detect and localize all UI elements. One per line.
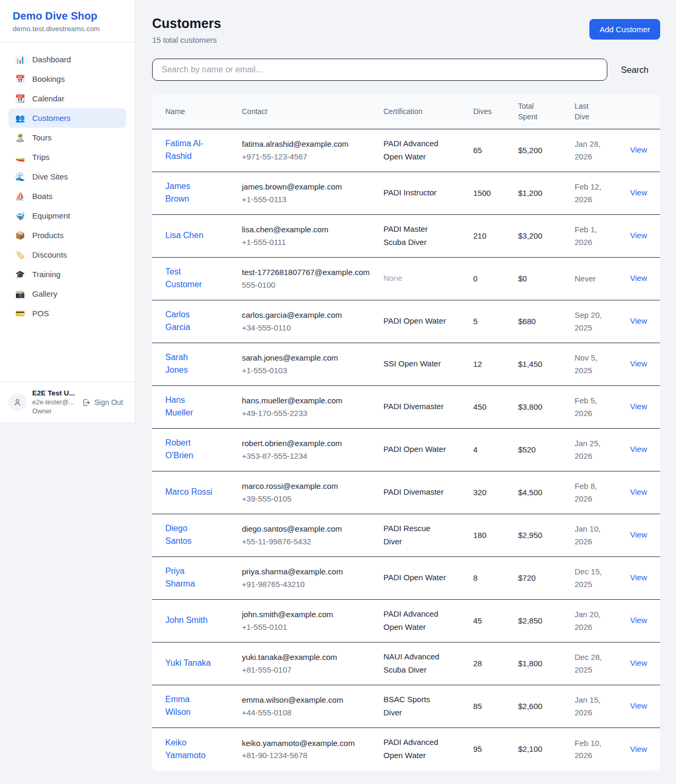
sidebar-item-dashboard[interactable]: 📊 Dashboard — [8, 50, 126, 69]
customer-last-dive: Feb 12, 2026 — [575, 173, 630, 213]
page-header: Customers 15 total customers Add Custome… — [152, 16, 660, 44]
customer-total-spent: $2,100 — [518, 735, 575, 763]
customer-dives: 95 — [473, 735, 518, 763]
view-link[interactable]: View — [630, 145, 647, 154]
view-link[interactable]: View — [630, 445, 647, 454]
customer-name-link[interactable]: John Smith — [165, 614, 208, 627]
customer-actions-cell: View — [630, 136, 660, 165]
customer-phone: +34-555-0110 — [242, 322, 377, 334]
customer-certification: PADI Open Water — [383, 316, 446, 325]
sidebar-item-discounts[interactable]: 🏷️ Discounts — [8, 245, 126, 265]
sidebar-item-pos[interactable]: 💳 POS — [8, 304, 126, 323]
page-header-text: Customers 15 total customers — [152, 16, 221, 44]
view-link[interactable]: View — [630, 530, 647, 539]
customer-last-dive: Jan 28, 2026 — [575, 130, 630, 171]
discounts-icon: 🏷️ — [15, 251, 25, 259]
customer-name-cell: Hans Mueller — [152, 386, 242, 428]
search-button[interactable]: Search — [609, 61, 660, 79]
table-row: Marco Rossi marco.rossi@example.com +39-… — [152, 471, 660, 514]
customer-certification: PADI Open Water — [383, 573, 446, 582]
sidebar-item-bookings[interactable]: 📅 Bookings — [8, 69, 126, 89]
customer-dives: 4 — [473, 436, 518, 464]
customer-certification: None — [383, 273, 402, 282]
user-info: E2E Test U... e2e-tester@... Owner — [32, 389, 76, 416]
view-link[interactable]: View — [630, 273, 647, 282]
table-row: Robert O'Brien robert.obrien@example.com… — [152, 429, 660, 471]
customer-contact-cell: robert.obrien@example.com +353-87-555-12… — [242, 429, 383, 470]
customer-name-link[interactable]: Fatima Al-Rashid — [165, 137, 212, 163]
customer-last-dive: Dec 28, 2025 — [575, 643, 630, 684]
customer-certification: PADI Advanced Open Water — [383, 738, 438, 760]
customer-actions-cell: View — [630, 478, 660, 507]
customer-contact-cell: test-1772681807767@example.com 555-0100 — [242, 258, 383, 299]
customer-dives: 45 — [473, 607, 518, 635]
sign-out-button[interactable]: Sign Out — [82, 398, 123, 407]
customer-phone: +44-555-0108 — [242, 706, 377, 719]
customer-contact-cell: lisa.chen@example.com +1-555-0111 — [242, 215, 383, 256]
view-link[interactable]: View — [630, 658, 647, 667]
sidebar-item-label: Customers — [32, 114, 71, 122]
customer-name-link[interactable]: Diego Santos — [165, 522, 212, 547]
customer-name-link[interactable]: Emma Wilson — [165, 693, 212, 719]
sidebar-item-training[interactable]: 🎓 Training — [8, 265, 126, 284]
add-customer-button[interactable]: Add Customer — [589, 19, 660, 40]
equipment-icon: 🤿 — [15, 212, 25, 220]
customer-name-link[interactable]: Sarah Jones — [165, 351, 212, 376]
customer-name-link[interactable]: Keiko Yamamoto — [165, 736, 212, 762]
customer-name-link[interactable]: James Brown — [165, 180, 212, 205]
sidebar-item-boats[interactable]: ⛵ Boats — [8, 186, 126, 206]
gallery-icon: 📸 — [15, 290, 25, 298]
customer-name-cell: Keiko Yamamoto — [152, 729, 242, 770]
user-name: E2E Test U... — [32, 389, 76, 398]
search-input[interactable] — [152, 59, 607, 81]
customer-contact-cell: sarah.jones@example.com +1-555-0103 — [242, 344, 383, 384]
view-link[interactable]: View — [630, 359, 647, 368]
sidebar-item-trips[interactable]: 🚤 Trips — [8, 147, 126, 167]
table-row: Hans Mueller hans.mueller@example.com +4… — [152, 386, 660, 429]
customer-certification-cell: PADI Advanced Open Water — [383, 129, 473, 172]
table-body: Fatima Al-Rashid fatima.alrashid@example… — [152, 129, 660, 771]
customer-name-link[interactable]: Yuki Tanaka — [165, 657, 211, 669]
view-link[interactable]: View — [630, 573, 647, 582]
customer-name-cell: Test Customer — [152, 258, 242, 299]
customer-name-link[interactable]: Carlos Garcia — [165, 308, 212, 334]
customer-name-link[interactable]: Test Customer — [165, 266, 212, 291]
table-row: Emma Wilson emma.wilson@example.com +44-… — [152, 685, 660, 728]
sidebar-item-tours[interactable]: 🏝️ Tours — [8, 128, 126, 147]
customer-last-dive: Never — [575, 265, 630, 292]
view-link[interactable]: View — [630, 231, 647, 240]
col-header-certification: Certification — [383, 100, 473, 123]
customer-name-link[interactable]: Robert O'Brien — [165, 437, 212, 462]
col-header-actions — [630, 105, 660, 118]
customer-total-spent: $680 — [518, 307, 575, 335]
customer-name-link[interactable]: Priya Sharma — [165, 565, 212, 590]
table-row: James Brown james.brown@example.com +1-5… — [152, 172, 660, 215]
customer-certification-cell: PADI Open Water — [383, 563, 473, 592]
customer-name-link[interactable]: Marco Rossi — [165, 486, 212, 498]
shop-header: Demo Dive Shop demo.test.divestreams.com — [0, 0, 135, 42]
sidebar-item-gallery[interactable]: 📸 Gallery — [8, 284, 126, 304]
view-link[interactable]: View — [630, 402, 647, 411]
customer-count: 15 total customers — [152, 35, 221, 44]
view-link[interactable]: View — [630, 616, 647, 625]
view-link[interactable]: View — [630, 701, 647, 710]
view-link[interactable]: View — [630, 487, 647, 496]
customer-name-link[interactable]: Hans Mueller — [165, 394, 212, 419]
sidebar-item-label: Discounts — [32, 250, 67, 259]
customer-name-cell: Robert O'Brien — [152, 429, 242, 470]
sidebar-item-customers[interactable]: 👥 Customers — [8, 108, 126, 128]
sidebar-item-products[interactable]: 📦 Products — [8, 225, 126, 245]
calendar-icon: 📆 — [15, 95, 25, 102]
customer-last-dive: Feb 8, 2026 — [575, 472, 630, 513]
view-link[interactable]: View — [630, 744, 647, 753]
avatar — [8, 393, 26, 411]
view-link[interactable]: View — [630, 316, 647, 325]
sidebar-item-label: Products — [32, 231, 63, 240]
customer-contact-cell: keiko.yamamoto@example.com +81-90-1234-5… — [242, 729, 383, 770]
sidebar-item-dive-sites[interactable]: 🌊 Dive Sites — [8, 167, 126, 186]
customer-name-link[interactable]: Lisa Chen — [165, 229, 203, 242]
view-link[interactable]: View — [630, 188, 647, 197]
sidebar-item-equipment[interactable]: 🤿 Equipment — [8, 206, 126, 225]
sidebar-item-calendar[interactable]: 📆 Calendar — [8, 89, 126, 108]
table-row: Test Customer test-1772681807767@example… — [152, 258, 660, 300]
